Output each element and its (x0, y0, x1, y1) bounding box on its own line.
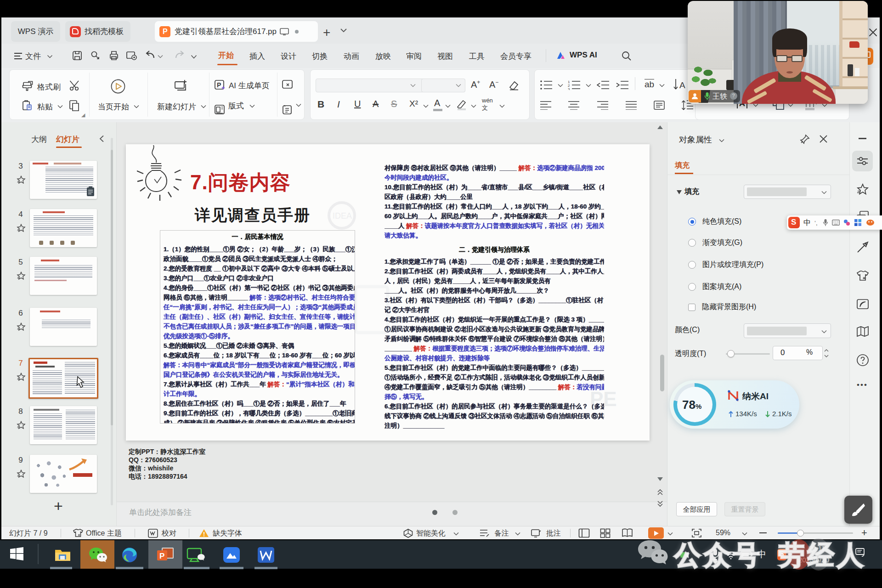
svg-text:IDEA: IDEA (333, 211, 352, 220)
svg-text:3: 3 (568, 87, 570, 90)
svg-text:P: P (217, 81, 221, 89)
svg-text:P: P (159, 552, 164, 560)
svg-text:A: A (679, 80, 685, 90)
